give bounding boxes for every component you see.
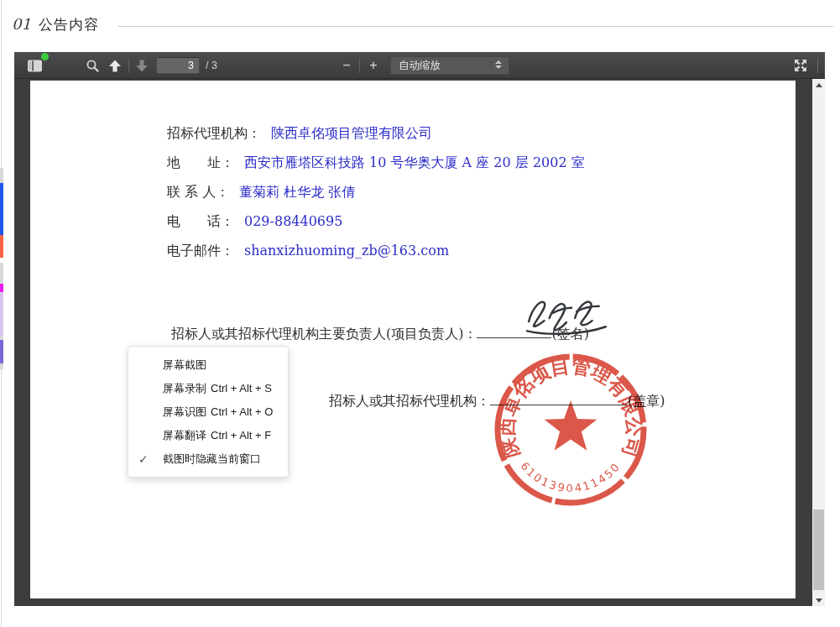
viewer-scrollbar[interactable]	[812, 79, 825, 606]
signature-underline	[477, 326, 551, 338]
field-value: 董菊莉 杜华龙 张倩	[239, 184, 355, 200]
page-title: 公告内容	[39, 15, 99, 34]
toolbar-separator	[817, 58, 818, 73]
menu-item-label: 屏幕翻译	[163, 429, 206, 442]
menu-item-label: 屏幕截图	[163, 358, 206, 371]
zoom-level-select[interactable]: 自动缩放	[390, 56, 509, 75]
signature-line-label: 招标人或其招标代理机构主要负责人(项目负责人)：	[171, 326, 477, 342]
search-button[interactable]	[81, 55, 103, 76]
section-header: 01 公告内容	[12, 15, 99, 34]
signature-suffix: (签名)	[551, 326, 588, 342]
select-spinner-icon	[495, 60, 502, 69]
responsible-signature-line: 招标人或其招标代理机构主要负责人(项目负责人)：(签名)	[171, 326, 589, 343]
left-strip-magenta	[0, 284, 3, 292]
pdf-toolbar: / 3 − + 自动缩放	[14, 52, 825, 79]
menu-item-hide-window-toggle[interactable]: ✓ 截图时隐藏当前窗口	[128, 447, 288, 471]
page-number-input[interactable]	[156, 57, 200, 74]
field-value: 陕西卓佲项目管理有限公司	[271, 125, 432, 141]
field-label: 电子邮件：	[167, 243, 234, 259]
page: 01 公告内容	[0, 0, 840, 627]
left-strip-purple	[0, 340, 3, 363]
scroll-up-arrow[interactable]	[812, 79, 825, 91]
toolbar-separator	[128, 58, 129, 73]
search-icon	[86, 59, 100, 73]
menu-item-label: 屏幕录制	[163, 382, 206, 394]
menu-item-shortcut: Ctrl + Alt + F	[211, 429, 271, 442]
document-page: 招标代理机构：陕西卓佲项目管理有限公司 地 址：西安市雁塔区科技路 10 号华奥…	[30, 81, 796, 598]
scroll-down-arrow[interactable]	[812, 594, 825, 606]
agency-seal-line: 招标人或其招标代理机构：(盖章)	[329, 393, 665, 410]
left-strip-white	[0, 258, 3, 263]
left-strip-orange	[0, 235, 3, 258]
seal-number-text: 6101390411450	[518, 460, 623, 494]
svg-text:6101390411450: 6101390411450	[518, 460, 623, 494]
menu-item-screen-record[interactable]: 屏幕录制Ctrl + Alt + S	[128, 377, 288, 400]
pdf-viewer: / 3 − + 自动缩放	[14, 52, 825, 606]
zoom-in-button[interactable]: +	[363, 55, 384, 76]
menu-item-label: 屏幕识图	[163, 405, 206, 418]
field-label: 招标代理机构：	[167, 125, 261, 141]
left-strip-blue	[0, 183, 3, 235]
field-email: 电子邮件：shanxizhuoming_zb@163.com	[167, 243, 449, 260]
next-page-button[interactable]	[131, 55, 153, 76]
field-contacts: 联 系 人：董菊莉 杜华龙 张倩	[167, 184, 355, 201]
field-value: 029-88440695	[244, 213, 342, 229]
menu-item-screen-ocr[interactable]: 屏幕识图Ctrl + Alt + O	[128, 400, 288, 424]
zoom-level-value: 自动缩放	[399, 59, 441, 73]
field-agency: 招标代理机构：陕西卓佲项目管理有限公司	[167, 125, 432, 143]
seal-line-label: 招标人或其招标代理机构：	[329, 393, 490, 409]
left-strip-lavender	[0, 292, 3, 336]
field-label: 联 系 人：	[167, 184, 229, 200]
seal-underline	[490, 393, 628, 405]
scrollbar-thumb[interactable]	[813, 509, 824, 590]
company-seal: 陕西卓佲项目管理有限公司 6101390411450	[487, 346, 655, 514]
seal-suffix: (盖章)	[628, 393, 665, 409]
presentation-mode-button[interactable]	[790, 55, 811, 76]
zoom-out-button[interactable]: −	[336, 55, 357, 76]
screenshot-context-menu: 屏幕截图 屏幕录制Ctrl + Alt + S 屏幕识图Ctrl + Alt +…	[128, 346, 289, 478]
page-count-label: / 3	[206, 60, 217, 71]
field-value: shanxizhuoming_zb@163.com	[244, 243, 449, 259]
viewer-content: 招标代理机构：陕西卓佲项目管理有限公司 地 址：西安市雁塔区科技路 10 号华奥…	[14, 79, 812, 606]
check-icon: ✓	[138, 447, 149, 471]
sidebar-icon	[27, 59, 44, 73]
fullscreen-icon	[794, 59, 807, 72]
field-phone: 电 话：029-88440695	[167, 213, 342, 231]
menu-item-label: 截图时隐藏当前窗口	[163, 452, 261, 465]
plus-icon: +	[369, 58, 377, 73]
previous-page-button[interactable]	[104, 55, 126, 76]
arrow-up-icon	[108, 60, 122, 72]
field-address: 地 址：西安市雁塔区科技路 10 号华奥大厦 A 座 20 层 2002 室	[167, 154, 585, 172]
notification-dot	[41, 53, 49, 60]
menu-item-shortcut: Ctrl + Alt + O	[211, 405, 273, 418]
menu-item-shortcut: Ctrl + Alt + S	[211, 382, 272, 394]
menu-item-screen-capture[interactable]: 屏幕截图	[128, 353, 288, 377]
sidebar-toggle-button[interactable]	[24, 55, 46, 76]
menu-item-screen-translate[interactable]: 屏幕翻译Ctrl + Alt + F	[128, 424, 288, 447]
toolbar-separator	[359, 58, 360, 73]
field-label: 地 址：	[167, 154, 234, 170]
section-number: 01	[12, 15, 31, 33]
arrow-down-icon	[135, 60, 149, 72]
field-value: 西安市雁塔区科技路 10 号华奥大厦 A 座 20 层 2002 室	[244, 154, 585, 170]
seal-ring	[498, 357, 644, 503]
header-divider	[118, 26, 833, 27]
minus-icon: −	[342, 58, 350, 73]
field-label: 电 话：	[167, 213, 234, 229]
